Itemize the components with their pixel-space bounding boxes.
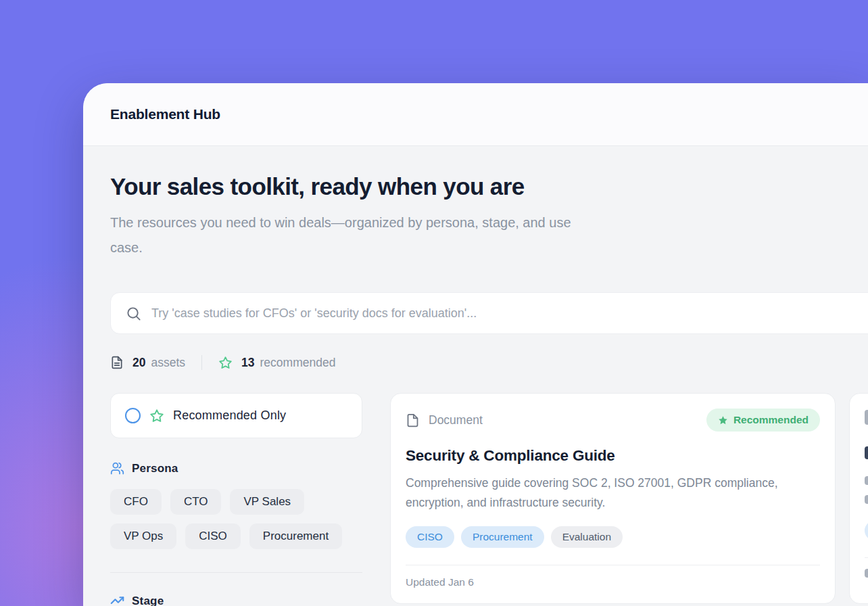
tag-evaluation: Evaluation [551,526,623,548]
tag-procurement: Procurement [461,526,544,548]
card-type-label: Document [429,413,483,427]
assets-count: 20 [132,356,145,369]
partial-title-fragment [865,446,868,459]
assets-stat: 20 assets [110,356,185,370]
partial-tag-fragment [865,521,868,540]
asset-card-security-compliance-guide[interactable]: Document Recommended Security & Complian… [390,393,836,604]
star-filled-icon [718,415,728,425]
persona-section-header: Persona [110,461,362,475]
main-row: Recommended Only Persona CFO CTO VP Sale… [110,393,868,606]
file-icon [406,413,420,427]
partial-text-fragment [865,476,868,485]
tag-ciso: CISO [406,526,454,548]
search-input[interactable] [141,306,750,321]
main-page-panel: Enablement Hub Your sales toolkit, ready… [83,83,868,606]
recommended-label: recommended [260,356,336,370]
recommended-badge-label: Recommended [733,414,809,426]
partial-text-fragment [865,495,868,504]
stage-section-label: Stage [132,595,164,606]
card-tags: CISO Procurement Evaluation [406,526,820,548]
filters-sidebar: Recommended Only Persona CFO CTO VP Sale… [110,393,362,606]
recommended-only-toggle[interactable]: Recommended Only [110,393,362,438]
toggle-circle[interactable] [125,408,141,423]
persona-section-label: Persona [132,462,178,475]
recommended-badge: Recommended [706,409,820,432]
search-icon [126,306,141,321]
card-description: Comprehensive guide covering SOC 2, ISO … [406,473,784,513]
recommended-count: 13 [241,356,254,369]
star-outline-icon [218,356,236,370]
persona-chip-cfo[interactable]: CFO [110,489,162,515]
page-content: Your sales toolkit, ready when you are T… [83,146,868,606]
search-bar [110,292,868,334]
partial-updated-fragment [865,569,868,578]
stats-divider [201,355,202,370]
card-top-row: Document Recommended [406,409,820,432]
partial-file-icon [865,410,868,425]
recommended-only-label: Recommended Only [173,409,286,423]
trending-up-icon [110,594,124,606]
stats-row: 20 assets 13 recommended [110,355,868,370]
persona-chip-cto[interactable]: CTO [170,489,222,515]
sidebar-divider [110,572,362,573]
card-type: Document [406,413,483,427]
asset-cards-grid: Document Recommended Security & Complian… [390,393,868,604]
assets-label: assets [151,356,185,370]
stage-section-header: Stage [110,594,362,606]
card-updated: Updated Jan 6 [406,576,820,588]
star-outline-icon [149,409,164,423]
users-icon [110,461,124,475]
persona-chip-vp-sales[interactable]: VP Sales [230,489,304,515]
app-title: Enablement Hub [110,106,220,122]
file-text-icon [110,356,127,369]
persona-chip-ciso[interactable]: CISO [185,523,241,549]
app-header: Enablement Hub [83,83,868,146]
persona-chips: CFO CTO VP Sales VP Ops CISO Procurement [110,489,362,549]
page-title: Your sales toolkit, ready when you are [110,173,868,200]
persona-chip-procurement[interactable]: Procurement [249,523,342,549]
recommended-stat: 13 recommended [218,356,335,370]
partial-card-divider [865,557,868,558]
page-subtitle: The resources you need to win deals—orga… [110,210,577,260]
card-divider [406,565,820,565]
asset-card-partial[interactable] [849,393,868,604]
persona-chip-vp-ops[interactable]: VP Ops [110,523,176,549]
card-title: Security & Compliance Guide [406,447,820,465]
